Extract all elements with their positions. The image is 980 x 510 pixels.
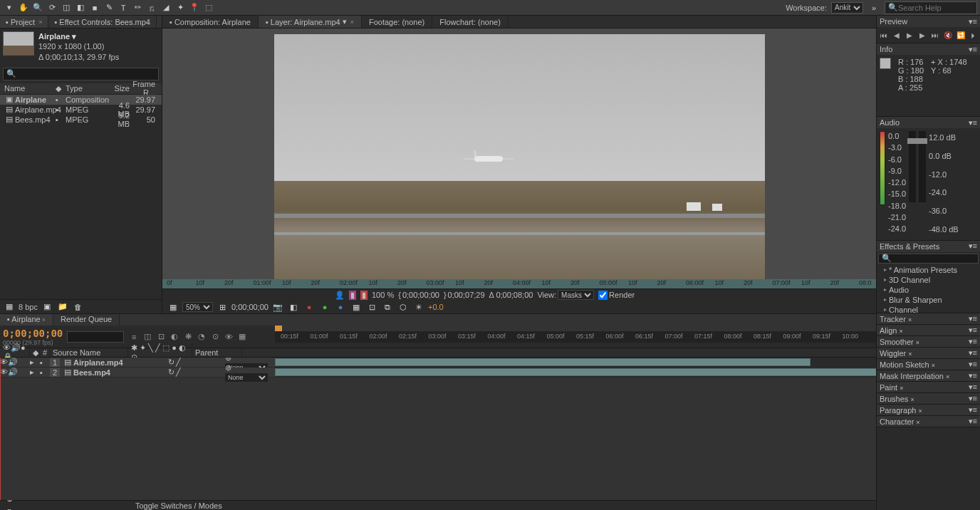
- col-size[interactable]: Size: [105, 84, 130, 93]
- tool-opts-icon[interactable]: ⬚: [202, 1, 215, 14]
- tl-motion-blur-icon[interactable]: ◐: [169, 331, 180, 343]
- search-help[interactable]: 🔍: [885, 1, 977, 14]
- collapsed-panel-paint[interactable]: Paint ×▾≡: [877, 382, 980, 393]
- info-panel-header[interactable]: Info▾≡: [877, 43, 980, 55]
- tab-layer[interactable]: ▪ Layer: Airplane.mp4 ▾×: [259, 16, 362, 28]
- effects-presets-header[interactable]: Effects & Presets▾≡: [877, 241, 980, 252]
- interpret-footage-icon[interactable]: ▦: [3, 301, 16, 313]
- pct-display[interactable]: 100 %: [372, 291, 394, 299]
- ram-preview-icon[interactable]: ⏵: [969, 30, 979, 40]
- next-frame-icon[interactable]: ▶: [917, 30, 927, 40]
- first-frame-icon[interactable]: ⏮: [879, 30, 889, 40]
- rgb-icon[interactable]: ●: [318, 301, 331, 313]
- effects-category-item[interactable]: Channel: [877, 305, 980, 313]
- effects-category-item[interactable]: Blur & Sharpen: [877, 295, 980, 305]
- zoom-tool-icon[interactable]: 🔍: [31, 1, 44, 14]
- project-row[interactable]: ▤Airplane.mp4 ▪MPEG 4.6 MB29.97: [0, 105, 162, 115]
- project-row[interactable]: ▣Airplane ▪Composition 29.97: [0, 95, 162, 105]
- collapsed-panel-smoother[interactable]: Smoother ×▾≡: [877, 336, 980, 348]
- col-parent[interactable]: Parent: [192, 348, 242, 357]
- last-frame-icon[interactable]: ⏭: [930, 30, 940, 40]
- viewer-area[interactable]: [162, 28, 876, 279]
- in-point[interactable]: 0;00;00;00: [402, 291, 439, 299]
- zoom-select[interactable]: 50%: [182, 302, 213, 312]
- timeline-timecode[interactable]: 0;00;00;00: [3, 328, 63, 339]
- tl-expand-icon[interactable]: {}: [3, 506, 16, 511]
- rotate-tool-icon[interactable]: ⟳: [46, 1, 58, 14]
- loop-icon[interactable]: 🔁: [956, 30, 966, 40]
- effects-category-item[interactable]: Audio: [877, 285, 980, 295]
- view-mode-select[interactable]: Masks: [558, 290, 594, 300]
- layer-time-ruler[interactable]: 0f10f20f01:00f10f20f02:00f10f20f03:00f10…: [162, 279, 876, 288]
- audio-level-slider-r[interactable]: [919, 131, 926, 202]
- project-comp-title[interactable]: Airplane ▾: [38, 31, 119, 41]
- grid-icon[interactable]: ▦: [167, 301, 179, 313]
- rect-tool-icon[interactable]: ■: [88, 1, 101, 14]
- render-checkbox[interactable]: [598, 291, 608, 300]
- collapsed-panel-character[interactable]: Character ×▾≡: [877, 416, 980, 427]
- project-row[interactable]: ▤Bees.mp4 ▪MPEG 9.2 MB50: [0, 115, 162, 125]
- timeline-layer-row[interactable]: 👁🔊▸▪2▤Bees.mp4↻ ╱⊚ None: [0, 368, 980, 378]
- rgb-icon[interactable]: ●: [303, 301, 316, 313]
- collapsed-panel-mask-interpolation[interactable]: Mask Interpolation ×▾≡: [877, 370, 980, 382]
- col-source-name[interactable]: Source Name: [50, 348, 128, 357]
- tl-draft3d-icon[interactable]: ⊡: [155, 331, 167, 343]
- tab-footage[interactable]: Footage: (none): [362, 16, 432, 28]
- col-name[interactable]: Name: [0, 84, 56, 93]
- snapshot-icon[interactable]: 📷: [271, 301, 284, 313]
- clone-tool-icon[interactable]: ⎌: [145, 1, 158, 14]
- transparency-grid-icon[interactable]: ▦: [350, 301, 363, 313]
- tl-brainstorm-icon[interactable]: ❋: [182, 331, 194, 343]
- eraser-tool-icon[interactable]: ◢: [160, 1, 172, 14]
- out-point[interactable]: 0;00;07;29: [448, 291, 485, 299]
- pen-tool-icon[interactable]: ✎: [103, 1, 115, 14]
- toggle-switches-modes[interactable]: Toggle Switches / Modes: [135, 501, 222, 510]
- show-channel-icon[interactable]: ◧: [287, 301, 300, 313]
- tl-frame-blend-icon[interactable]: ▦: [236, 331, 248, 343]
- tl-opt-icon[interactable]: ≡: [128, 331, 140, 343]
- marker-icon[interactable]: ▮: [349, 291, 356, 300]
- tab-timeline-comp[interactable]: ▪ Airplane×: [0, 314, 53, 326]
- col-label-icon[interactable]: ◆: [56, 84, 66, 93]
- tab-project[interactable]: ▪ Project×: [0, 16, 48, 28]
- tl-graph-icon[interactable]: ◔: [196, 331, 207, 343]
- collapsed-panel-paragraph[interactable]: Paragraph ×▾≡: [877, 405, 980, 416]
- timeline-playhead-indicator[interactable]: [275, 326, 282, 331]
- comp-flow-icon[interactable]: ⬡: [397, 301, 410, 313]
- new-comp-icon[interactable]: ▣: [41, 301, 53, 313]
- pan-behind-tool-icon[interactable]: ◧: [74, 1, 87, 14]
- camera-tool-icon[interactable]: ◫: [60, 1, 73, 14]
- project-search-input[interactable]: [16, 70, 155, 78]
- safe-zones-icon[interactable]: ⊞: [216, 301, 229, 313]
- bpc-toggle[interactable]: 8 bpc: [19, 303, 38, 311]
- collapsed-panel-brushes[interactable]: Brushes ×▾≡: [877, 393, 980, 405]
- tab-flowchart[interactable]: Flowchart: (none): [432, 16, 509, 28]
- prev-frame-icon[interactable]: ◀: [892, 30, 902, 40]
- delete-icon[interactable]: 🗑: [72, 301, 85, 313]
- selection-tool-icon[interactable]: ▾: [3, 1, 16, 14]
- workspace-menu-icon[interactable]: »: [867, 1, 880, 14]
- effects-search[interactable]: 🔍: [878, 254, 979, 264]
- mute-icon[interactable]: 🔇: [943, 30, 953, 40]
- search-help-input[interactable]: [898, 4, 974, 12]
- timeline-layer-row[interactable]: 👁🔊▸▪1▤Airplane.mp4↻ ╱⊚ None: [0, 358, 980, 368]
- tab-render-queue[interactable]: Render Queue: [53, 314, 120, 326]
- tab-composition[interactable]: ▪ Composition: Airplane: [162, 16, 259, 28]
- tl-shy-icon[interactable]: 👁: [223, 331, 234, 343]
- tl-opt-icon[interactable]: ◫: [142, 331, 153, 343]
- timeline-playhead-line[interactable]: [0, 358, 1, 500]
- puppet-tool-icon[interactable]: 📍: [188, 1, 201, 14]
- effects-category-item[interactable]: * Animation Presets: [877, 265, 980, 275]
- play-icon[interactable]: ▶: [905, 30, 914, 40]
- audio-level-slider-l[interactable]: [909, 131, 916, 202]
- hand-tool-icon[interactable]: ✋: [17, 1, 30, 14]
- workspace-select[interactable]: Ankit: [831, 2, 863, 14]
- project-search[interactable]: 🔍: [3, 68, 159, 80]
- collapsed-panel-tracker[interactable]: Tracker ×▾≡: [877, 313, 980, 325]
- exposure-value[interactable]: +0.0: [428, 303, 444, 311]
- type-tool-icon[interactable]: T: [117, 1, 130, 14]
- collapsed-panel-motion-sketch[interactable]: Motion Sketch ×▾≡: [877, 359, 980, 370]
- effects-category-item[interactable]: 3D Channel: [877, 275, 980, 285]
- new-folder-icon[interactable]: 📁: [56, 301, 69, 313]
- timeline-icon[interactable]: ⧉: [381, 301, 394, 313]
